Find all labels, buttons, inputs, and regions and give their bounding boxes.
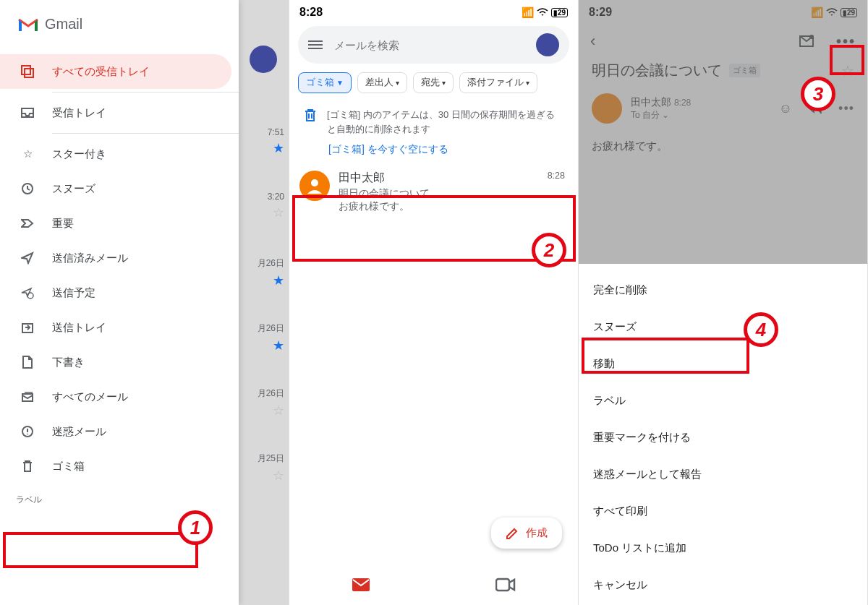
sheet-cancel[interactable]: キャンセル [579,567,867,604]
star-icon[interactable]: ☆ [273,205,284,220]
chevron-down-icon: ▾ [526,79,529,87]
trash-icon [304,108,317,136]
all-mail-icon [20,390,35,404]
star-icon[interactable]: ★ [273,140,284,156]
nav-trash[interactable]: ゴミ箱 [0,449,239,484]
star-icon[interactable]: ☆ [273,468,284,484]
sheet-label[interactable]: ラベル [579,382,867,419]
nav-outbox[interactable]: 送信トレイ [0,310,239,345]
labels-header: ラベル [0,484,239,512]
peek-row: 月26日★ [241,257,284,288]
mail-time: 8:28 [548,171,565,186]
nav-snoozed[interactable]: スヌーズ [0,171,239,206]
panel-message-view: 8:29 📶 ▮29 ‹ ••• 明日の会議について ゴミ箱 ☆ 田中太郎 8:… [579,0,868,605]
wifi-icon [537,8,548,17]
scrim[interactable] [579,0,867,264]
peek-row: 月26日★ [241,322,284,353]
draft-icon [20,355,35,369]
sheet-report-spam[interactable]: 迷惑メールとして報告 [579,456,867,493]
chevron-down-icon: ▾ [396,79,399,87]
panel-sidebar: 7:51★ 3:20☆ 月26日★ 月26日★ 月26日☆ 月25日☆ Gmai… [0,0,289,605]
nav-spam[interactable]: 迷惑メール [0,414,239,449]
nav-sent[interactable]: 送信済みメール [0,241,239,275]
search-input[interactable] [334,39,524,51]
battery-icon: ▮29 [551,8,568,17]
svg-point-8 [311,179,318,186]
peek-row: 月25日☆ [241,452,284,484]
outbox-icon [20,320,35,335]
menu-icon[interactable] [308,40,323,49]
nav-inbox[interactable]: 受信トレイ [0,95,239,130]
nav-drafts[interactable]: 下書き [0,345,239,379]
search-bar[interactable] [298,26,569,64]
nav-all-inboxes[interactable]: すべての受信トレイ [0,54,231,89]
account-avatar[interactable] [536,33,559,56]
annotation-number-2: 2 [532,233,566,267]
nav-starred[interactable]: ☆スター付き [0,137,239,171]
action-sheet: 完全に削除 スヌーズ 移動 ラベル 重要マークを付ける 迷惑メールとして報告 す… [579,266,867,605]
chip-from[interactable]: 差出人▾ [357,72,407,93]
spam-icon [20,424,35,439]
important-icon [20,216,35,231]
mail-subject: 明日の会議について [339,187,565,200]
bottomnav-mail-icon[interactable] [352,578,370,592]
sheet-mark-important[interactable]: 重要マークを付ける [579,419,867,456]
scheduled-icon [20,286,35,300]
sheet-add-todo[interactable]: ToDo リストに追加 [579,530,867,567]
clock: 8:28 [299,6,323,19]
chevron-down-icon: ▼ [336,79,344,87]
panel-trash-list: 8:28 📶 ▮29 ゴミ箱▼ 差出人▾ 宛先▾ 添付ファイル▾ [ゴミ箱] 内… [289,0,579,605]
star-icon[interactable]: ★ [273,338,284,353]
chip-trash[interactable]: ゴミ箱▼ [298,72,352,93]
sheet-snooze[interactable]: スヌーズ [579,309,867,346]
sheet-print-all[interactable]: すべて印刷 [579,493,867,530]
brand: Gmail [0,0,239,40]
star-icon[interactable]: ★ [273,273,284,288]
chevron-down-icon: ▾ [442,79,446,87]
nav-all-mail[interactable]: すべてのメール [0,379,239,414]
peek-behind: 7:51★ 3:20☆ 月26日★ 月26日★ 月26日☆ 月25日☆ [238,0,289,605]
mail-preview: お疲れ様です。 [339,200,565,213]
svg-rect-1 [25,69,33,77]
trash-note: [ゴミ箱] 内のアイテムは、30 日間の保存期間を過ぎると自動的に削除されます [327,108,563,136]
brand-text: Gmail [45,16,82,33]
clock-icon [20,181,35,196]
filter-chips: ゴミ箱▼ 差出人▾ 宛先▾ 添付ファイル▾ [289,68,578,100]
sender-avatar [299,171,330,201]
sheet-move[interactable]: 移動 [579,346,867,382]
mail-row[interactable]: 田中太郎8:28 明日の会議について お疲れ様です。 [289,163,578,220]
nav-important[interactable]: 重要 [0,206,239,241]
status-icons: 📶 ▮29 [522,7,568,18]
sent-icon [20,251,35,265]
bottomnav-meet-icon[interactable] [495,578,516,592]
inbox-icon [20,106,35,120]
nav-scheduled[interactable]: 送信予定 [0,275,239,310]
star-icon[interactable]: ☆ [273,403,284,419]
gmail-logo-icon [17,17,39,33]
compose-button[interactable]: 作成 [491,518,562,549]
star-icon: ☆ [20,147,35,161]
status-bar: 8:28 📶 ▮29 [289,0,578,22]
trash-icon [20,459,35,473]
pencil-icon [506,527,519,540]
peek-row: 3:20☆ [241,192,284,220]
chip-attachment[interactable]: 添付ファイル▾ [459,72,537,93]
signal-icon: 📶 [522,7,534,18]
bottom-nav [289,565,578,605]
all-inboxes-icon [20,64,35,79]
trash-info: [ゴミ箱] 内のアイテムは、30 日間の保存期間を過ぎると自動的に削除されます [289,100,578,142]
peek-row: 7:51★ [241,127,284,156]
sheet-delete-forever[interactable]: 完全に削除 [579,272,867,309]
svg-rect-0 [22,66,30,74]
peek-row: 月26日☆ [241,387,284,419]
empty-trash-link[interactable]: [ゴミ箱] を今すぐ空にする [289,142,578,163]
sidebar: Gmail すべての受信トレイ 受信トレイ ☆スター付き スヌーズ 重要 送信済… [0,0,239,605]
svg-rect-10 [496,579,509,591]
account-avatar[interactable] [250,46,277,73]
mail-sender: 田中太郎 [339,171,385,186]
chip-to[interactable]: 宛先▾ [413,72,454,93]
